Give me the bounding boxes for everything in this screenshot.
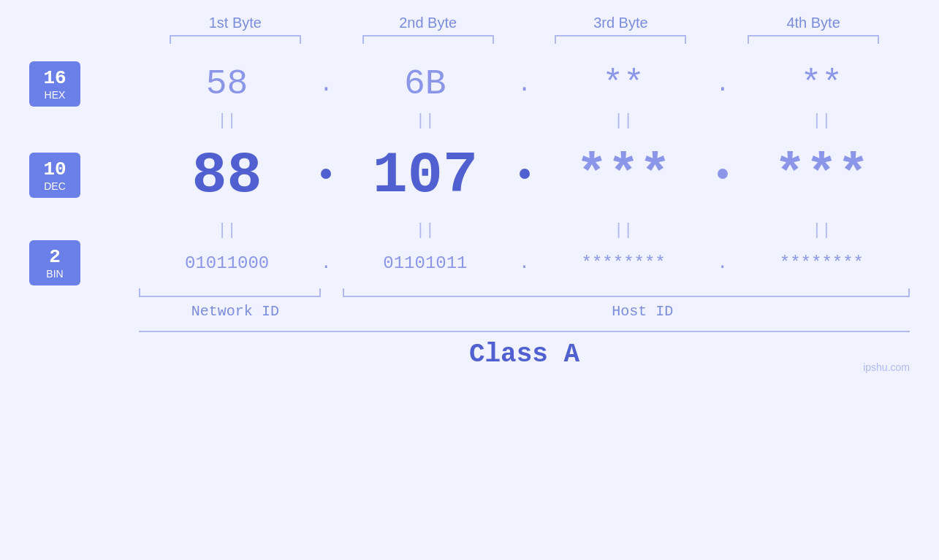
hex-text: HEX [38,89,72,101]
bin-number: 2 [38,246,72,268]
hex-byte1: 58 [139,64,315,104]
top-bracket1 [170,35,301,44]
bin-sep2: . [514,253,536,273]
dec-byte1: 88 [139,142,315,209]
equals1-1: || [139,112,315,130]
dec-text: DEC [38,180,72,192]
dec-sep1 [315,169,337,183]
bin-value1: 01011000 [185,253,269,273]
equals-row1: || || || || [139,110,910,131]
hex-sep3: . [712,71,734,98]
dec-number: 10 [38,158,72,180]
hex-number: 16 [38,67,72,89]
equals2-1: || [139,221,315,239]
byte1-header: 1st Byte [139,15,332,31]
dec-value4: *** [775,145,870,205]
dec-value1: 88 [192,142,262,209]
hex-value2: 6B [404,64,446,104]
bin-value4: ******** [780,253,864,273]
dec-row: 10 DEC 88 107 *** *** [29,131,910,219]
bottom-labels: Network ID Host ID [139,303,910,320]
hex-row: 16 HEX 58 . 6B . ** . ** [29,58,910,110]
bin-row: 2 BIN 01011000 . 01101011 . ******** . *… [29,241,910,285]
dec-dot3 [718,169,728,179]
host-id-label: Host ID [376,303,910,320]
dec-byte2: 107 [337,142,513,209]
bin-label-container: 2 BIN [29,240,117,285]
top-bracket3 [555,35,686,44]
bin-byte2: 01101011 [337,253,513,273]
equals2-3: || [536,221,712,239]
bottom-brackets [139,288,910,297]
byte4-header: 4th Byte [717,15,910,31]
bin-value2: 01101011 [383,253,467,273]
class-row: Class A ipshu.com [139,331,910,369]
hex-value1: 58 [206,64,248,104]
equals2-4: || [734,221,910,239]
hex-value4: ** [801,64,843,104]
label-gap [332,303,354,320]
top-bracket-row [139,35,910,44]
hex-label-container: 16 HEX [29,61,117,107]
dec-value2: 107 [373,142,478,209]
hex-bytes: 58 . 6B . ** . ** [139,64,910,104]
watermark: ipshu.com [863,361,910,373]
bin-value3: ******** [582,253,666,273]
bin-badge: 2 BIN [29,240,80,285]
top-bracket-cell1 [139,35,332,44]
equals1-4: || [734,112,910,130]
byte-headers: 1st Byte 2nd Byte 3rd Byte 4th Byte [139,15,910,31]
byte2-header: 2nd Byte [332,15,525,31]
dec-bytes: 88 107 *** *** [139,142,910,209]
dec-sep3 [712,169,734,183]
bin-byte1: 01011000 [139,253,315,273]
bin-text: BIN [38,268,72,280]
dec-value3: *** [576,145,671,205]
hex-sep1: . [315,71,337,98]
bin-bytes: 01011000 . 01101011 . ******** . *******… [139,253,910,273]
byte3-header: 3rd Byte [525,15,718,31]
hex-byte3: ** [536,64,712,104]
bin-sep3: . [712,253,734,273]
host-bracket [343,288,910,297]
bin-sep1: . [315,253,337,273]
dec-dot1 [321,169,331,179]
hex-value3: ** [602,64,645,104]
bottom-bracket-area: Network ID Host ID [139,288,910,320]
top-bracket4 [748,35,879,44]
dec-dot2 [520,169,530,179]
top-bracket-cell2 [332,35,525,44]
top-bracket-cell4 [717,35,910,44]
equals1-3: || [536,112,712,130]
equals1-2: || [337,112,513,130]
hex-badge: 16 HEX [29,61,80,107]
equals2-2: || [337,221,513,239]
top-bracket-cell3 [525,35,718,44]
bin-byte3: ******** [536,253,712,273]
network-id-label: Network ID [139,303,332,320]
top-bracket2 [362,35,494,44]
dec-byte3: *** [536,145,712,205]
hex-sep2: . [514,71,536,98]
dec-label-container: 10 DEC [29,153,117,198]
dec-badge: 10 DEC [29,153,80,198]
bracket-gap [321,288,343,297]
bin-byte4: ******** [734,253,910,273]
dec-sep2 [514,169,536,183]
dec-byte4: *** [734,145,910,205]
hex-byte4: ** [734,64,910,104]
class-label: Class A [469,340,579,369]
network-bracket [139,288,321,297]
hex-byte2: 6B [337,64,513,104]
equals-row2: || || || || [139,219,910,241]
